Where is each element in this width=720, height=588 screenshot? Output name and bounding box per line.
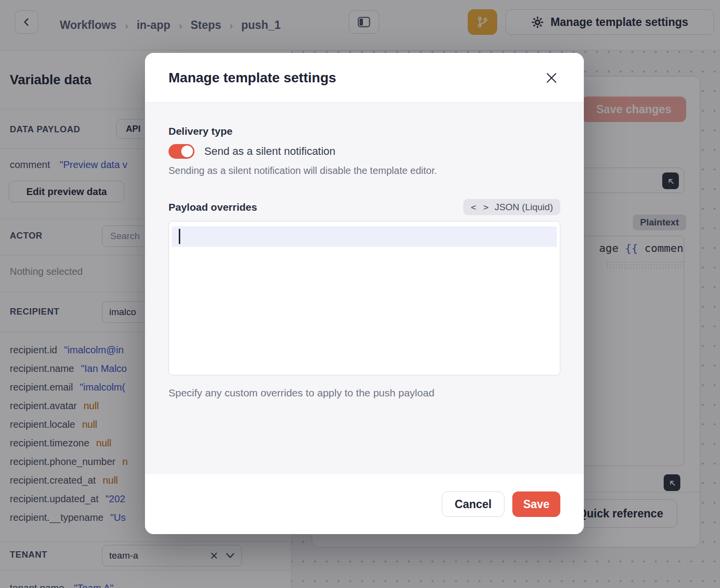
save-button[interactable]: Save (512, 491, 560, 517)
modal-body: Delivery type Send as a silent notificat… (145, 103, 584, 474)
modal-title: Manage template settings (168, 70, 336, 86)
close-icon (545, 72, 558, 84)
text-caret (179, 229, 180, 244)
silent-notification-row: Send as a silent notification (168, 144, 560, 159)
app-window: Workflows › in-app › Steps › push_1 (0, 0, 720, 588)
payload-overrides-label: Payload overrides (168, 201, 257, 213)
close-modal-button[interactable] (541, 67, 562, 89)
modal-header: Manage template settings (145, 53, 584, 103)
format-badge-label: JSON (Liquid) (495, 202, 553, 213)
manage-template-settings-modal: Manage template settings Delivery type S… (145, 53, 584, 534)
payload-overrides-row: Payload overrides < > JSON (Liquid) (168, 199, 560, 215)
payload-overrides-editor[interactable] (168, 221, 560, 375)
overrides-help-text: Specify any custom overrides to apply to… (168, 387, 560, 399)
code-icon: < > (471, 202, 490, 212)
silent-notification-toggle[interactable] (168, 144, 194, 159)
cancel-button[interactable]: Cancel (442, 491, 504, 517)
toggle-knob (181, 146, 193, 157)
silent-notification-label: Send as a silent notification (204, 145, 336, 158)
format-badge: < > JSON (Liquid) (463, 199, 560, 215)
toggle-help-text: Sending as a silent notification will di… (168, 165, 560, 176)
editor-active-line (172, 226, 557, 247)
delivery-type-label: Delivery type (168, 125, 560, 137)
modal-footer: Cancel Save (145, 474, 584, 534)
